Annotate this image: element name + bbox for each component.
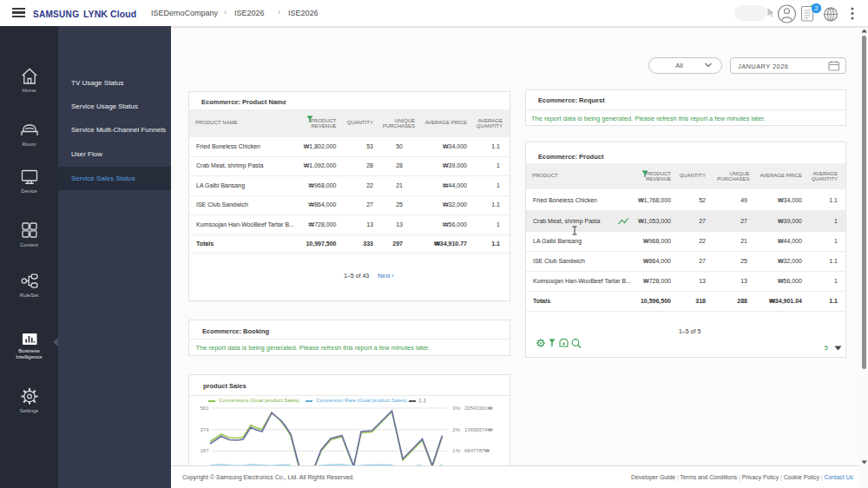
svg-text:2: 2 [814, 4, 818, 12]
